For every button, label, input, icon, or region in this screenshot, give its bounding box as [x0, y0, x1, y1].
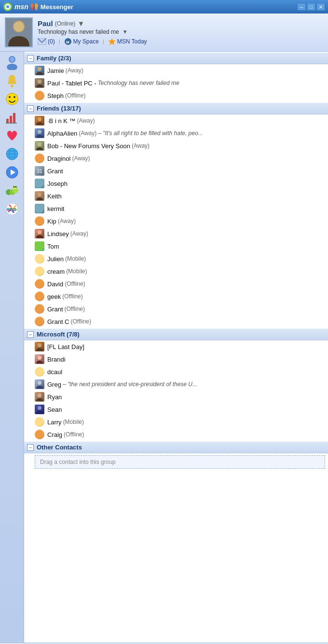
mood-text: Technology has never failed me	[38, 28, 119, 35]
contact-grant[interactable]: 31 Grant	[24, 165, 328, 177]
svg-point-36	[13, 185, 16, 189]
sidebar-item-play[interactable]	[3, 164, 21, 181]
contact-name-kip: Kip	[47, 218, 56, 225]
contact-jamie[interactable]: Jamie (Away)	[24, 64, 328, 77]
group-header-family[interactable]: – Family (2/3)	[24, 53, 328, 64]
group-header-friends[interactable]: – Friends (13/17)	[24, 103, 328, 114]
msntoday-button[interactable]: MSN Today	[108, 38, 147, 45]
contact-avatar-julien	[35, 254, 44, 264]
contact-name-keith: Keith	[47, 193, 62, 200]
svg-point-41	[38, 67, 41, 71]
sidebar-item-nbc[interactable]: NBC	[3, 200, 21, 218]
svg-point-50	[38, 381, 41, 385]
msntoday-label: MSN Today	[117, 38, 147, 45]
contact-tom[interactable]: Tom	[24, 240, 328, 252]
contact-paul[interactable]: Paul - Tablet PC - Technology has never …	[24, 77, 328, 89]
msn-logo: msn	[14, 3, 28, 11]
status-dropdown-arrow[interactable]: ▼	[77, 19, 84, 28]
group-label-other: Other Contacts	[37, 444, 82, 451]
sidebar-item-charts[interactable]	[3, 109, 21, 126]
contact-cream[interactable]: cream (Mobile)	[24, 265, 328, 278]
sidebar-item-emoticons[interactable]	[3, 90, 21, 108]
contact-avatar-bob	[35, 141, 44, 151]
contact-status-alphaalien: (Away)	[79, 130, 96, 137]
collapse-family[interactable]: –	[27, 55, 34, 62]
svg-rect-24	[13, 113, 15, 123]
contact-sean[interactable]: Sean	[24, 403, 328, 416]
contact-status-craig: (Offline)	[64, 431, 84, 438]
app-icon	[3, 2, 13, 12]
svg-point-33	[6, 189, 12, 195]
contact-name-jamie: Jamie	[47, 67, 64, 74]
contact-status-steph: (Offline)	[65, 92, 85, 99]
contact-draginol[interactable]: Draginol (Away)	[24, 152, 328, 165]
contact-status-julien: (Mobile)	[65, 255, 86, 262]
contact-grantc[interactable]: Grant C (Offline)	[24, 315, 328, 328]
contact-grant-offline[interactable]: Grant (Offline)	[24, 303, 328, 315]
close-button[interactable]: ✕	[316, 3, 325, 11]
svg-text:NBC: NBC	[7, 207, 16, 212]
collapse-friends[interactable]: –	[27, 105, 34, 112]
contact-geek[interactable]: geek (Offline)	[24, 290, 328, 303]
collapse-other[interactable]: –	[27, 444, 34, 451]
contact-name-fl: [FL Last Day]	[47, 343, 84, 350]
contact-avatar-kip	[35, 216, 44, 226]
contact-avatar-fl	[35, 342, 44, 351]
contact-joseph[interactable]: Joseph	[24, 177, 328, 190]
group-header-microsoft[interactable]: – Microsoft (7/8)	[24, 329, 328, 340]
contact-lindsey[interactable]: Lindsey (Away)	[24, 227, 328, 240]
maximize-button[interactable]: □	[307, 3, 315, 11]
email-icon	[38, 38, 46, 45]
svg-point-17	[10, 57, 14, 62]
contact-avatar-greg	[35, 379, 44, 389]
svg-point-49	[38, 356, 41, 360]
contact-name-craig: Craig	[47, 431, 62, 438]
contact-name-lindsey: Lindsey	[47, 230, 69, 238]
contact-larry[interactable]: Larry (Mobile)	[24, 416, 328, 428]
toolbar-sep2: |	[103, 39, 104, 44]
sidebar-item-apps[interactable]	[3, 182, 21, 199]
contact-avatar-david	[35, 279, 44, 289]
contact-craig[interactable]: Craig (Offline)	[24, 428, 328, 441]
sidebar-item-alerts[interactable]	[3, 72, 21, 89]
email-button[interactable]: (0)	[38, 38, 55, 45]
contact-bink[interactable]: ·B i n K ™ (Away)	[24, 114, 328, 127]
contact-avatar-joseph	[35, 179, 44, 188]
svg-point-39	[6, 203, 18, 215]
user-info: Paul (Online) ▼ Technology has never fai…	[38, 19, 323, 45]
svg-point-37	[13, 186, 14, 188]
contact-julien[interactable]: Julien (Mobile)	[24, 252, 328, 265]
contact-message-paul: Technology has never failed me	[98, 80, 179, 86]
contact-kip[interactable]: Kip (Away)	[24, 215, 328, 227]
myspace-button[interactable]: M My Space	[64, 38, 99, 45]
collapse-microsoft[interactable]: –	[27, 331, 34, 338]
contact-alphaalien[interactable]: AlphaAlien (Away) – "It's all right to b…	[24, 127, 328, 140]
contact-steph[interactable]: Steph (Offline)	[24, 89, 328, 102]
minimize-button[interactable]: –	[297, 3, 306, 11]
contact-kermit[interactable]: kermit	[24, 202, 328, 215]
contact-avatar-bink	[35, 116, 44, 126]
contact-ryan[interactable]: Ryan	[24, 391, 328, 403]
sidebar-item-games[interactable]	[3, 127, 21, 144]
mood-dropdown-arrow[interactable]: ▼	[122, 28, 128, 35]
contact-fl-last-day[interactable]: [FL Last Day]	[24, 340, 328, 353]
contact-avatar-draginol	[35, 154, 44, 163]
group-header-other[interactable]: – Other Contacts	[24, 442, 328, 453]
svg-text:M: M	[66, 40, 69, 44]
contact-name-bob: Bob - New Forums Very Soon	[47, 142, 130, 150]
contact-message-alphaalien: – "It's all right to be filled with hate…	[98, 130, 203, 137]
contact-david[interactable]: David (Offline)	[24, 278, 328, 290]
contact-avatar-dcaul	[35, 367, 44, 377]
svg-point-15	[9, 56, 15, 63]
svg-point-21	[14, 96, 15, 98]
contact-avatar-tom	[35, 241, 44, 251]
contact-bob[interactable]: Bob - New Forums Very Soon (Away)	[24, 140, 328, 152]
contact-status-geek: (Offline)	[62, 293, 82, 300]
contact-greg[interactable]: Greg – "the next president and vice-pres…	[24, 378, 328, 391]
sidebar-item-globe[interactable]	[3, 145, 21, 163]
contact-brandi[interactable]: Brandi	[24, 353, 328, 365]
contact-dcaul[interactable]: dcaul	[24, 365, 328, 378]
contact-keith[interactable]: Keith	[24, 190, 328, 202]
sidebar-item-contacts[interactable]	[3, 54, 21, 71]
toolbar-sep1: |	[59, 39, 60, 44]
